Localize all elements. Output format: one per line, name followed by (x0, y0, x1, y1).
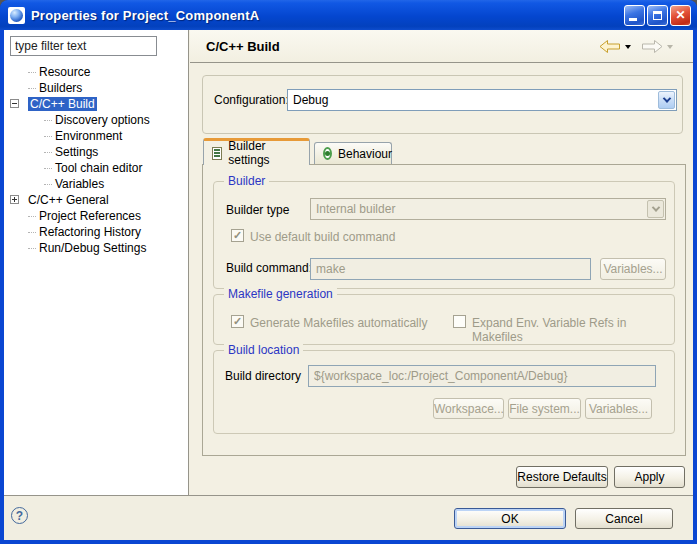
sidebar-item-variables[interactable]: Variables (4, 176, 187, 192)
back-menu-caret-icon[interactable] (625, 45, 631, 49)
minimize-button[interactable] (624, 5, 645, 26)
maximize-icon (653, 11, 662, 20)
dialog-client-area: Resource Builders C/C++ Build Discovery … (4, 30, 693, 540)
build-command-label: Build command: (226, 261, 312, 275)
help-button[interactable]: ? (11, 507, 28, 524)
dialog-footer: ? OK Cancel (4, 496, 693, 540)
sidebar-item-run-debug-settings[interactable]: Run/Debug Settings (4, 240, 187, 256)
build-directory-field (308, 365, 656, 387)
properties-tree: Resource Builders C/C++ Build Discovery … (4, 64, 187, 256)
ok-button[interactable]: OK (454, 508, 566, 529)
expand-icon[interactable] (10, 195, 19, 204)
expand-env-refs-label: Expand Env. Variable Refs in Makefiles (472, 316, 674, 344)
properties-dialog: Properties for Project_ComponentA ✕ Reso… (0, 0, 697, 544)
configuration-box: Configuration: Debug (202, 75, 683, 134)
sidebar-item-discovery-options[interactable]: Discovery options (4, 112, 187, 128)
blue-sphere-icon (10, 9, 23, 22)
collapse-icon[interactable] (10, 99, 19, 108)
configuration-combo-button[interactable] (658, 91, 675, 109)
builder-group: Builder Builder type Internal builder ✓ … (213, 181, 675, 289)
makefile-generation-group: Makefile generation ✓ Generate Makefiles… (213, 294, 675, 345)
sidebar-item-project-references[interactable]: Project References (4, 208, 187, 224)
forward-icon (641, 39, 663, 54)
builder-type-value: Internal builder (311, 199, 646, 219)
build-command-variables-button: Variables... (600, 258, 666, 280)
back-icon[interactable] (599, 39, 621, 54)
page-header: C/C++ Build (190, 30, 693, 63)
generate-makefiles-label: Generate Makefiles automatically (250, 316, 427, 330)
configuration-label: Configuration: (214, 93, 289, 107)
restore-defaults-button[interactable]: Restore Defaults (516, 466, 608, 488)
help-icon: ? (16, 509, 23, 523)
sidebar-item-resource[interactable]: Resource (4, 64, 187, 80)
build-location-group: Build location Build directory Workspace… (213, 350, 675, 434)
check-icon: ✓ (233, 316, 242, 327)
sidebar: Resource Builders C/C++ Build Discovery … (4, 30, 189, 495)
close-button[interactable]: ✕ (670, 5, 691, 26)
build-location-group-title: Build location (224, 343, 303, 357)
configuration-value: Debug (288, 90, 657, 110)
maximize-button[interactable] (647, 5, 668, 26)
sidebar-item-refactoring-history[interactable]: Refactoring History (4, 224, 187, 240)
use-default-build-command-label: Use default build command (250, 230, 395, 244)
sidebar-item-builders[interactable]: Builders (4, 80, 187, 96)
builder-type-label: Builder type (226, 203, 289, 217)
close-icon: ✕ (675, 9, 685, 21)
tab-builder-settings[interactable]: Builder settings (203, 138, 310, 165)
apply-button[interactable]: Apply (614, 466, 685, 488)
builder-settings-tab-icon (212, 147, 222, 160)
tab-behaviour[interactable]: Behaviour (314, 142, 392, 164)
minimize-icon (629, 18, 637, 21)
sidebar-item-environment[interactable]: Environment (4, 128, 187, 144)
page-title: C/C++ Build (206, 39, 599, 54)
builder-type-combo-button (647, 200, 664, 218)
builder-group-title: Builder (224, 174, 269, 188)
forward-menu-caret-icon (667, 45, 673, 49)
sidebar-item-cpp-build[interactable]: C/C++ Build (4, 96, 187, 112)
chevron-down-icon (662, 94, 670, 102)
titlebar[interactable]: Properties for Project_ComponentA ✕ (0, 0, 697, 30)
behaviour-tab-icon (323, 147, 332, 160)
chevron-down-icon (651, 203, 659, 211)
sidebar-item-settings[interactable]: Settings (4, 144, 187, 160)
expand-env-refs-checkbox (453, 315, 466, 328)
configuration-combo[interactable]: Debug (287, 89, 677, 111)
history-nav (599, 39, 683, 54)
build-directory-label: Build directory (225, 369, 301, 383)
window-icon (8, 7, 25, 24)
window-title: Properties for Project_ComponentA (31, 8, 624, 23)
file-system-button: File system... (508, 398, 581, 419)
main-panel: C/C++ Build Configuration: Debug (189, 30, 693, 495)
builder-type-combo: Internal builder (310, 198, 666, 220)
cancel-button[interactable]: Cancel (575, 508, 673, 529)
build-command-field (310, 258, 591, 280)
build-directory-variables-button: Variables... (585, 398, 652, 419)
generate-makefiles-checkbox: ✓ (231, 315, 244, 328)
workspace-button: Workspace... (433, 398, 504, 419)
filter-input[interactable] (10, 36, 157, 56)
builder-settings-panel: Builder Builder type Internal builder ✓ … (202, 164, 686, 456)
sidebar-item-tool-chain-editor[interactable]: Tool chain editor (4, 160, 187, 176)
check-icon: ✓ (233, 230, 242, 241)
sidebar-item-cpp-general[interactable]: C/C++ General (4, 192, 187, 208)
page-content: Configuration: Debug Builder settings Be… (190, 63, 693, 495)
makefile-generation-group-title: Makefile generation (224, 287, 337, 301)
use-default-build-command-checkbox: ✓ (231, 229, 244, 242)
